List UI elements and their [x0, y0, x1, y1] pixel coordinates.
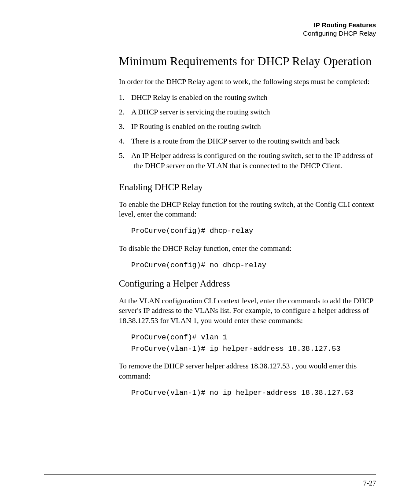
page: IP Routing Features Configuring DHCP Rel… [0, 0, 420, 399]
list-text: DHCP Relay is enabled on the routing swi… [131, 93, 268, 102]
running-head-subtitle: Configuring DHCP Relay [44, 29, 376, 38]
enable-paragraph-2: To disable the DHCP Relay function, ente… [119, 244, 376, 254]
list-text: IP Routing is enabled on the routing swi… [131, 122, 261, 131]
list-number: 1. [119, 93, 131, 103]
list-number: 2. [119, 107, 131, 118]
subheading-enable: Enabling DHCP Relay [119, 182, 376, 193]
intro-paragraph: In order for the DHCP Relay agent to wor… [119, 77, 376, 87]
requirements-list: 1.DHCP Relay is enabled on the routing s… [119, 93, 376, 171]
list-item: 4.There is a route from the DHCP server … [119, 136, 376, 147]
command-block: ProCurve(config)# no dhcp-relay [131, 260, 376, 271]
content-column: Minimum Requirements for DHCP Relay Oper… [119, 55, 376, 399]
list-item: 3.IP Routing is enabled on the routing s… [119, 122, 376, 132]
list-text: There is a route from the DHCP server to… [131, 137, 339, 145]
command-block: ProCurve(conf)# vlan 1 ProCurve(vlan-1)#… [131, 332, 376, 354]
helper-paragraph-1: At the VLAN configuration CLI context le… [119, 296, 376, 326]
list-number: 3. [119, 122, 131, 132]
helper-paragraph-2: To remove the DHCP server helper address… [119, 361, 376, 381]
list-item: 5.An IP Helper address is configured on … [119, 151, 376, 171]
command-block: ProCurve(vlan-1)# no ip helper-address 1… [131, 387, 376, 399]
list-number: 4. [119, 136, 131, 147]
running-head-title: IP Routing Features [44, 21, 376, 29]
list-item: 2.A DHCP server is servicing the routing… [119, 107, 376, 118]
footer-rule [44, 475, 376, 475]
page-number: 7-27 [363, 479, 376, 487]
list-text: An IP Helper address is configured on th… [131, 151, 373, 170]
enable-paragraph-1: To enable the DHCP Relay function for th… [119, 200, 376, 220]
list-number: 5. [119, 151, 131, 161]
section-title: Minimum Requirements for DHCP Relay Oper… [119, 55, 376, 68]
list-text: A DHCP server is servicing the routing s… [131, 108, 270, 116]
running-head: IP Routing Features Configuring DHCP Rel… [44, 21, 380, 38]
list-item: 1.DHCP Relay is enabled on the routing s… [119, 93, 376, 103]
subheading-helper: Configuring a Helper Address [119, 278, 376, 289]
command-block: ProCurve(config)# dhcp-relay [131, 225, 376, 237]
